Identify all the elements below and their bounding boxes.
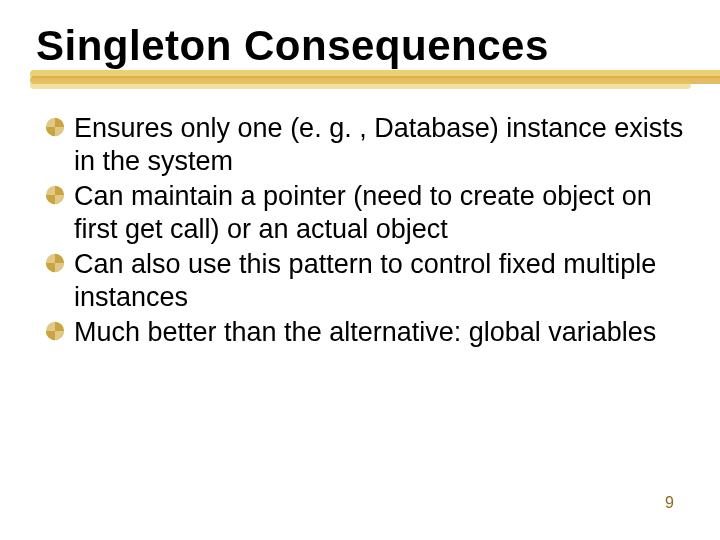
bullet-list: Ensures only one (e. g. , Database) inst…	[36, 112, 684, 349]
pinwheel-icon	[44, 184, 66, 206]
title-wrap: Singleton Consequences	[36, 24, 684, 68]
pinwheel-icon	[44, 320, 66, 342]
list-item-text: Can maintain a pointer (need to create o…	[74, 181, 652, 244]
list-item-text: Much better than the alternative: global…	[74, 317, 656, 347]
slide: Singleton Consequences Ensures only one …	[0, 0, 720, 540]
list-item: Can maintain a pointer (need to create o…	[44, 180, 684, 246]
page-title: Singleton Consequences	[36, 24, 684, 68]
page-number: 9	[665, 494, 674, 512]
pinwheel-icon	[44, 116, 66, 138]
list-item: Can also use this pattern to control fix…	[44, 248, 684, 314]
list-item: Much better than the alternative: global…	[44, 316, 684, 349]
list-item: Ensures only one (e. g. , Database) inst…	[44, 112, 684, 178]
pinwheel-icon	[44, 252, 66, 274]
list-item-text: Can also use this pattern to control fix…	[74, 249, 656, 312]
title-underline	[30, 70, 720, 90]
list-item-text: Ensures only one (e. g. , Database) inst…	[74, 113, 683, 176]
